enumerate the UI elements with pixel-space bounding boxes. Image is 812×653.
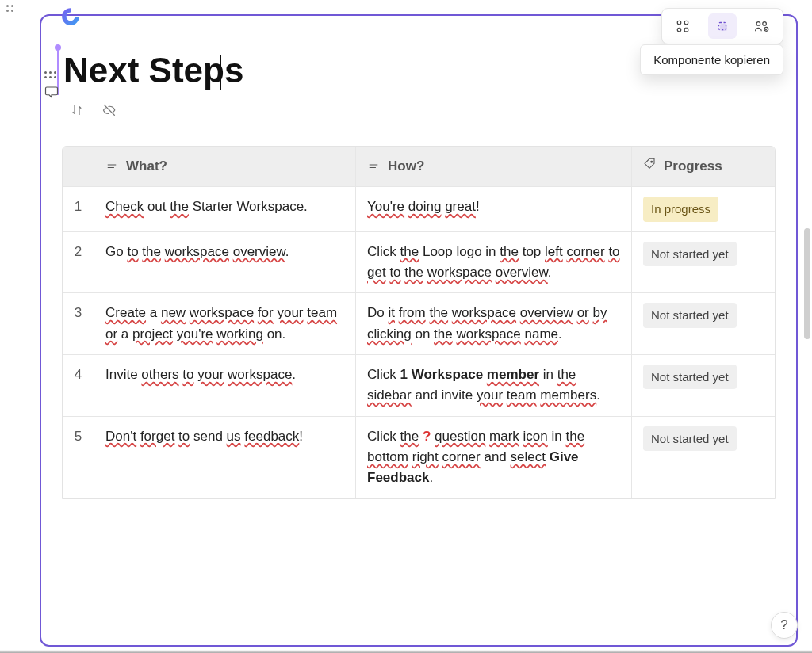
row-number: 1 xyxy=(63,187,94,231)
share-people-icon[interactable] xyxy=(748,13,776,39)
copy-component-tooltip: Komponente kopieren xyxy=(640,44,783,75)
table-row[interactable]: 4Invite others to your workspace.Click 1… xyxy=(63,354,775,416)
progress-cell[interactable]: Not started yet xyxy=(632,355,775,416)
what-cell[interactable]: Don't forget to send us feedback! xyxy=(94,417,356,498)
svg-point-1 xyxy=(684,21,688,25)
svg-point-2 xyxy=(677,28,681,32)
svg-rect-5 xyxy=(721,25,727,31)
status-badge-not-started[interactable]: Not started yet xyxy=(643,242,737,266)
row-number: 4 xyxy=(63,355,94,416)
text-column-icon xyxy=(105,156,118,177)
title-subtools xyxy=(70,103,117,120)
status-badge-not-started[interactable]: Not started yet xyxy=(643,303,737,327)
scrollbar-thumb[interactable] xyxy=(804,228,810,339)
loop-logo-icon[interactable] xyxy=(60,6,81,27)
progress-cell[interactable]: In progress xyxy=(632,187,775,231)
svg-point-0 xyxy=(677,21,681,25)
comment-icon[interactable] xyxy=(44,85,59,102)
help-button[interactable]: ? xyxy=(771,612,798,639)
bottom-shadow xyxy=(0,650,812,653)
svg-rect-3 xyxy=(684,28,688,32)
table-row[interactable]: 5Don't forget to send us feedback!Click … xyxy=(63,416,775,498)
what-cell[interactable]: Invite others to your workspace. xyxy=(94,355,356,416)
table-row[interactable]: 2Go to the workspace overview.Click the … xyxy=(63,231,775,293)
what-cell[interactable]: Create a new workspace for your team or … xyxy=(94,293,356,354)
status-badge-in-progress[interactable]: In progress xyxy=(643,197,718,221)
column-what-label: What? xyxy=(126,156,167,177)
column-how-header[interactable]: How? xyxy=(356,147,632,186)
how-cell[interactable]: Click 1 Workspace member in the sidebar … xyxy=(356,355,632,416)
row-number: 2 xyxy=(63,232,94,293)
column-what-header[interactable]: What? xyxy=(94,147,356,186)
row-number: 5 xyxy=(63,417,94,498)
apps-icon[interactable] xyxy=(668,13,697,39)
progress-cell[interactable]: Not started yet xyxy=(632,417,775,498)
how-cell[interactable]: Click the ? question mark icon in the bo… xyxy=(356,417,632,498)
progress-cell[interactable]: Not started yet xyxy=(632,232,775,293)
column-progress-header[interactable]: Progress xyxy=(632,147,775,186)
table-header-row: What? How? Progress xyxy=(63,147,775,186)
title-gutter xyxy=(44,71,59,102)
svg-point-6 xyxy=(756,22,760,26)
page-title[interactable]: Next Steps xyxy=(62,51,245,90)
component-toolbar xyxy=(661,8,783,44)
row-number: 3 xyxy=(63,293,94,354)
status-badge-not-started[interactable]: Not started yet xyxy=(643,365,737,389)
status-badge-not-started[interactable]: Not started yet xyxy=(643,426,737,451)
progress-cell[interactable]: Not started yet xyxy=(632,293,775,354)
tag-column-icon xyxy=(643,156,656,177)
what-cell[interactable]: Go to the workspace overview. xyxy=(94,232,356,293)
table-row[interactable]: 3Create a new workspace for your team or… xyxy=(63,292,775,354)
column-how-label: How? xyxy=(388,156,424,177)
table-row[interactable]: 1Check out the Starter Workspace.You're … xyxy=(63,186,775,231)
visibility-off-icon[interactable] xyxy=(102,103,117,120)
drag-handle-icon[interactable] xyxy=(6,5,13,12)
block-grip-icon[interactable] xyxy=(44,71,59,78)
how-cell[interactable]: You're doing great! xyxy=(356,187,632,231)
sort-icon[interactable] xyxy=(70,103,84,120)
how-cell[interactable]: Do it from the workspace overview or by … xyxy=(356,293,632,354)
app-root: Komponente kopieren Next Steps xyxy=(0,0,812,653)
text-column-icon xyxy=(367,156,380,177)
next-steps-table[interactable]: What? How? Progress 1 xyxy=(62,146,776,499)
svg-point-9 xyxy=(651,161,653,162)
svg-point-7 xyxy=(763,22,767,26)
column-progress-label: Progress xyxy=(664,156,722,177)
row-number-header xyxy=(63,147,94,186)
text-caret xyxy=(220,55,221,90)
how-cell[interactable]: Click the Loop logo in the top left corn… xyxy=(356,232,632,293)
copy-component-icon[interactable] xyxy=(708,13,737,39)
what-cell[interactable]: Check out the Starter Workspace. xyxy=(94,187,356,231)
